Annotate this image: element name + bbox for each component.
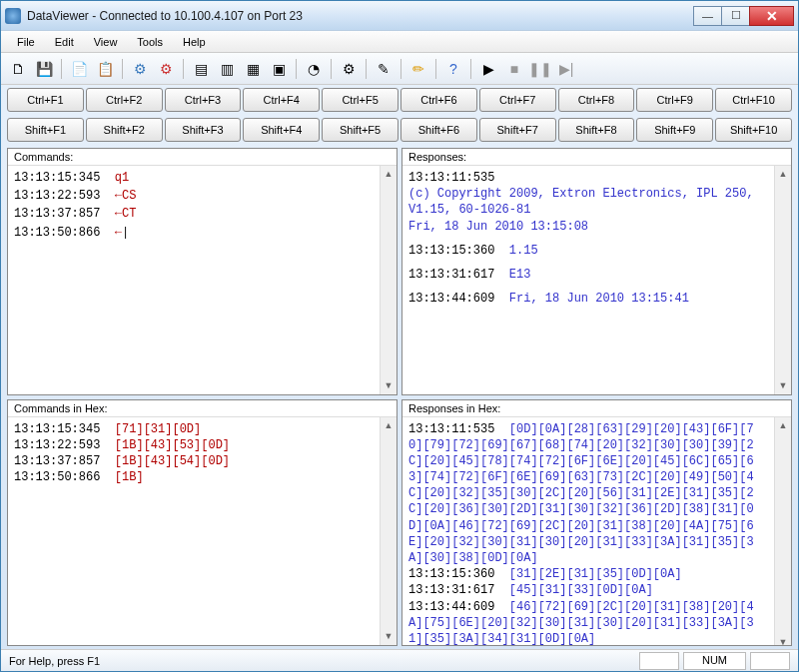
toolbar-separator (61, 59, 62, 79)
statusbar: For Help, press F1 NUM (1, 649, 798, 671)
scrollbar[interactable]: ▲ ▼ (774, 166, 791, 394)
close-button[interactable]: ✕ (749, 6, 794, 26)
response-block: 13:13:31:617 E13 (408, 267, 768, 283)
gear-icon[interactable]: ⚙ (338, 58, 360, 80)
shortcut-shift-f4[interactable]: Shift+F4 (243, 118, 320, 142)
scroll-up-icon[interactable]: ▲ (775, 417, 791, 434)
responses-hex-pane: Responses in Hex: 13:13:11:535 [0D][0A][… (401, 399, 792, 647)
shortcut-ctrl-f6[interactable]: Ctrl+F6 (400, 88, 477, 112)
shortcut-shift-f10[interactable]: Shift+F10 (715, 118, 792, 142)
command-hex-row: 13:13:50:866 [1B] (14, 469, 374, 485)
pencil-icon[interactable]: ✏ (407, 58, 429, 80)
commands-hex-body[interactable]: 13:13:15:345 [71][31][0D]13:13:22:593 [1… (8, 417, 380, 646)
status-cell-empty (750, 652, 790, 670)
scroll-down-icon[interactable]: ▼ (381, 377, 397, 394)
response-block: 13:13:11:535(c) Copyright 2009, Extron E… (408, 170, 768, 235)
shortcut-row-ctrl: Ctrl+F1Ctrl+F2Ctrl+F3Ctrl+F4Ctrl+F5Ctrl+… (1, 85, 798, 115)
window-controls: — ☐ ✕ (694, 6, 794, 26)
scroll-down-icon[interactable]: ▼ (381, 628, 397, 645)
maximize-button[interactable]: ☐ (721, 6, 750, 26)
command-hex-row: 13:13:37:857 [1B][43][54][0D] (14, 453, 374, 469)
grid-icon[interactable]: ▣ (268, 58, 290, 80)
panes-grid: Commands: 13:13:15:345 q113:13:22:593 ←C… (1, 145, 798, 649)
shortcut-shift-f8[interactable]: Shift+F8 (558, 118, 635, 142)
scroll-up-icon[interactable]: ▲ (381, 417, 397, 434)
shortcut-ctrl-f10[interactable]: Ctrl+F10 (715, 88, 792, 112)
command-hex-row: 13:13:22:593 [1B][43][53][0D] (14, 437, 374, 453)
toolbar-separator (122, 59, 123, 79)
shortcut-ctrl-f4[interactable]: Ctrl+F4 (243, 88, 320, 112)
status-help-text: For Help, press F1 (9, 655, 635, 667)
copy-icon[interactable]: 📄 (68, 58, 90, 80)
shortcut-shift-f5[interactable]: Shift+F5 (322, 118, 399, 142)
scrollbar[interactable]: ▲ ▼ (774, 417, 791, 647)
application-window: DataViewer - Connected to 10.100.4.107 o… (0, 0, 799, 672)
minimize-button[interactable]: — (693, 6, 722, 26)
list-icon[interactable]: ▦ (242, 58, 264, 80)
responses-header: Responses: (402, 149, 791, 166)
toolbar-separator (400, 59, 401, 79)
toolbar-separator (296, 59, 297, 79)
shortcut-ctrl-f9[interactable]: Ctrl+F9 (636, 88, 713, 112)
scroll-up-icon[interactable]: ▲ (381, 166, 397, 183)
connect-icon[interactable]: ⚙ (129, 58, 151, 80)
scroll-down-icon[interactable]: ▼ (775, 634, 791, 646)
shortcut-ctrl-f3[interactable]: Ctrl+F3 (165, 88, 242, 112)
columns-alt-icon[interactable]: ▥ (216, 58, 238, 80)
toolbar-separator (331, 59, 332, 79)
response-hex-row: 13:13:15:360 [31][2E][31][35][0D][0A] (408, 566, 768, 582)
next-icon[interactable]: ▶| (555, 58, 577, 80)
scrollbar[interactable]: ▲ ▼ (380, 417, 397, 646)
paste-icon[interactable]: 📋 (94, 58, 116, 80)
edit-icon[interactable]: ✎ (373, 58, 395, 80)
responses-hex-body[interactable]: 13:13:11:535 [0D][0A][28][63][29][20][43… (402, 417, 774, 647)
response-hex-row: 13:13:31:617 [45][31][33][0D][0A] (408, 582, 768, 598)
responses-hex-header: Responses in Hex: (402, 400, 791, 417)
response-hex-row: 13:13:11:535 [0D][0A][28][63][29][20][43… (408, 421, 768, 567)
shortcut-ctrl-f2[interactable]: Ctrl+F2 (86, 88, 163, 112)
commands-pane: Commands: 13:13:15:345 q113:13:22:593 ←C… (7, 148, 398, 395)
menu-edit[interactable]: Edit (45, 33, 84, 51)
menu-help[interactable]: Help (173, 33, 216, 51)
play-icon[interactable]: ▶ (477, 58, 499, 80)
commands-body[interactable]: 13:13:15:345 q113:13:22:593 ←CS13:13:37:… (8, 166, 380, 394)
status-cell-empty (639, 652, 679, 670)
clock-icon[interactable]: ◔ (303, 58, 325, 80)
shortcut-shift-f6[interactable]: Shift+F6 (400, 118, 477, 142)
disconnect-icon[interactable]: ⚙ (155, 58, 177, 80)
stop-icon[interactable]: ■ (503, 58, 525, 80)
command-hex-row: 13:13:15:345 [71][31][0D] (14, 421, 374, 437)
window-title: DataViewer - Connected to 10.100.4.107 o… (27, 9, 694, 23)
shortcut-ctrl-f1[interactable]: Ctrl+F1 (7, 88, 84, 112)
shortcut-ctrl-f7[interactable]: Ctrl+F7 (479, 88, 556, 112)
menu-tools[interactable]: Tools (127, 33, 173, 51)
new-file-icon[interactable]: 🗋 (7, 58, 29, 80)
responses-body[interactable]: 13:13:11:535(c) Copyright 2009, Extron E… (402, 166, 774, 394)
shortcut-ctrl-f5[interactable]: Ctrl+F5 (322, 88, 399, 112)
response-hex-row: 13:13:44:609 [46][72][69][2C][20][31][38… (408, 599, 768, 646)
commands-header: Commands: (8, 149, 397, 166)
save-icon[interactable]: 💾 (33, 58, 55, 80)
menu-view[interactable]: View (84, 33, 128, 51)
response-block: 13:13:44:609 Fri, 18 Jun 2010 13:15:41 (408, 291, 768, 307)
status-cell-num: NUM (683, 652, 746, 670)
shortcut-ctrl-f8[interactable]: Ctrl+F8 (558, 88, 635, 112)
scroll-up-icon[interactable]: ▲ (775, 166, 791, 183)
menu-file[interactable]: File (7, 33, 45, 51)
shortcut-shift-f2[interactable]: Shift+F2 (86, 118, 163, 142)
shortcut-shift-f3[interactable]: Shift+F3 (165, 118, 242, 142)
command-row: 13:13:37:857 ←CT (14, 206, 374, 222)
scrollbar[interactable]: ▲ ▼ (380, 166, 397, 394)
columns-icon[interactable]: ▤ (190, 58, 212, 80)
commands-hex-header: Commands in Hex: (8, 400, 397, 417)
help-icon[interactable]: ? (442, 58, 464, 80)
toolbar: 🗋 💾 📄 📋 ⚙ ⚙ ▤ ▥ ▦ ▣ ◔ ⚙ ✎ ✏ ? ▶ ■ ❚❚ ▶| (1, 53, 798, 85)
toolbar-separator (366, 59, 367, 79)
response-block: 13:13:15:360 1.15 (408, 243, 768, 259)
shortcut-shift-f9[interactable]: Shift+F9 (636, 118, 713, 142)
pause-icon[interactable]: ❚❚ (529, 58, 551, 80)
shortcut-shift-f1[interactable]: Shift+F1 (7, 118, 84, 142)
scroll-down-icon[interactable]: ▼ (775, 377, 791, 394)
command-row: 13:13:15:345 q1 (14, 170, 374, 186)
shortcut-shift-f7[interactable]: Shift+F7 (479, 118, 556, 142)
